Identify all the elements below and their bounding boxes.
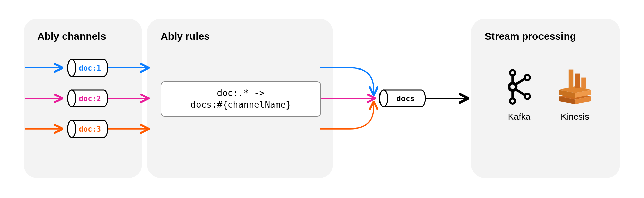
rule-expression-box: doc:.* -> docs:#{channelName} bbox=[161, 81, 321, 117]
svg-point-12 bbox=[68, 59, 76, 76]
service-kinesis: Kinesis bbox=[555, 66, 595, 122]
svg-point-32 bbox=[526, 95, 529, 98]
service-label-kafka: Kafka bbox=[499, 112, 539, 122]
svg-point-29 bbox=[510, 85, 515, 89]
svg-point-31 bbox=[526, 76, 529, 79]
diagram-stage: Ably channels Ably rules Stream processi… bbox=[0, 0, 644, 198]
svg-rect-35 bbox=[581, 78, 586, 88]
channel-label-1: doc:1 bbox=[76, 59, 104, 77]
svg-point-18 bbox=[380, 90, 388, 107]
svg-point-14 bbox=[68, 90, 76, 107]
service-label-kinesis: Kinesis bbox=[555, 112, 595, 122]
svg-point-30 bbox=[511, 99, 514, 103]
svg-point-16 bbox=[68, 120, 76, 137]
channel-cylinder-2: doc:2 bbox=[67, 89, 108, 107]
service-kafka: Kafka bbox=[499, 66, 539, 122]
rule-line-1: doc:.* -> bbox=[217, 87, 265, 99]
kafka-icon bbox=[499, 66, 539, 107]
channel-label-2: doc:2 bbox=[76, 89, 104, 107]
svg-rect-34 bbox=[575, 74, 580, 88]
channel-cylinder-3: doc:3 bbox=[67, 120, 108, 138]
rule-line-2: docs:#{channelName} bbox=[190, 99, 291, 111]
dest-label: docs bbox=[389, 89, 422, 107]
channel-cylinder-1: doc:1 bbox=[67, 59, 108, 77]
dest-cylinder-docs: docs bbox=[379, 89, 426, 107]
kinesis-icon bbox=[555, 66, 595, 107]
svg-rect-33 bbox=[569, 70, 573, 88]
svg-point-28 bbox=[511, 71, 514, 74]
channel-label-3: doc:3 bbox=[76, 120, 104, 138]
